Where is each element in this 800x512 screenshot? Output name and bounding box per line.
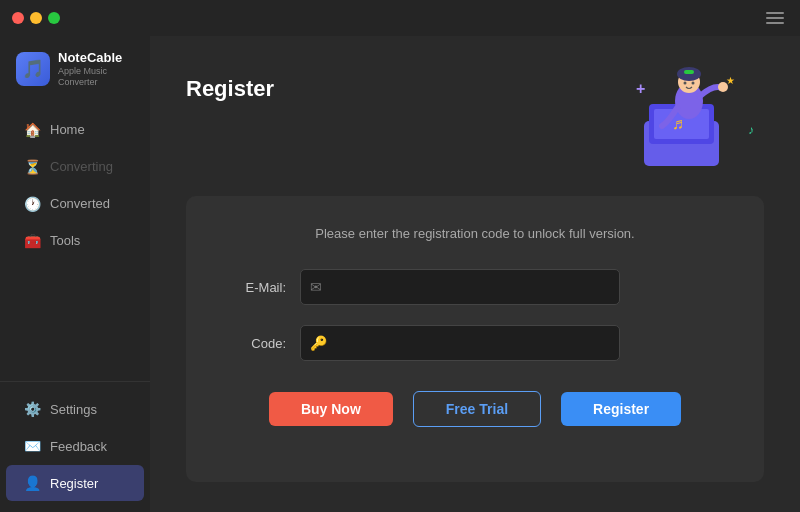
- app-subtitle: Apple Music Converter: [58, 66, 134, 89]
- svg-point-13: [718, 82, 728, 92]
- sidebar-item-feedback-label: Feedback: [50, 439, 107, 454]
- illustration-svg: + ★ ♪ ♬: [584, 66, 764, 176]
- register-header: Register + ★ ♪ ♬: [186, 66, 764, 176]
- code-input-wrap: 🔑: [300, 325, 620, 361]
- register-illustration: + ★ ♪ ♬: [584, 66, 764, 176]
- settings-icon: ⚙️: [24, 401, 40, 417]
- app-logo-icon: 🎵: [16, 52, 50, 86]
- app-name: NoteCable: [58, 50, 134, 66]
- sidebar-item-tools[interactable]: 🧰 Tools: [6, 223, 144, 259]
- converted-icon: 🕐: [24, 196, 40, 212]
- hamburger-menu-icon[interactable]: [766, 12, 784, 24]
- sidebar-item-converted-label: Converted: [50, 196, 110, 211]
- maximize-button[interactable]: [48, 12, 60, 24]
- converting-icon: ⏳: [24, 159, 40, 175]
- sidebar-item-settings[interactable]: ⚙️ Settings: [6, 391, 144, 427]
- button-row: Buy Now Free Trial Register: [226, 391, 724, 427]
- email-input[interactable]: [300, 269, 620, 305]
- email-row: E-Mail: ✉: [226, 269, 724, 305]
- tools-icon: 🧰: [24, 233, 40, 249]
- form-description: Please enter the registration code to un…: [226, 226, 724, 241]
- feedback-icon: ✉️: [24, 438, 40, 454]
- traffic-lights: [12, 12, 60, 24]
- main-content: Register + ★ ♪ ♬: [150, 0, 800, 512]
- sidebar-item-register-label: Register: [50, 476, 98, 491]
- sidebar-item-settings-label: Settings: [50, 402, 97, 417]
- page-title: Register: [186, 76, 274, 102]
- form-card: Please enter the registration code to un…: [186, 196, 764, 482]
- code-input[interactable]: [300, 325, 620, 361]
- free-trial-button[interactable]: Free Trial: [413, 391, 541, 427]
- email-input-wrap: ✉: [300, 269, 620, 305]
- sidebar-item-converting-label: Converting: [50, 159, 113, 174]
- svg-rect-10: [684, 70, 694, 74]
- register-icon: 👤: [24, 475, 40, 491]
- sidebar-item-converted[interactable]: 🕐 Converted: [6, 186, 144, 222]
- svg-point-12: [692, 82, 695, 85]
- nav-section: 🏠 Home ⏳ Converting 🕐 Converted 🧰 Tools: [0, 103, 150, 381]
- code-label: Code:: [226, 336, 286, 351]
- bottom-nav: ⚙️ Settings ✉️ Feedback 👤 Register: [0, 381, 150, 512]
- svg-point-11: [684, 82, 687, 85]
- minimize-button[interactable]: [30, 12, 42, 24]
- email-icon: ✉: [310, 279, 322, 295]
- app-logo: 🎵 NoteCable Apple Music Converter: [0, 36, 150, 103]
- register-button[interactable]: Register: [561, 392, 681, 426]
- key-icon: 🔑: [310, 335, 327, 351]
- sidebar-item-home-label: Home: [50, 122, 85, 137]
- sidebar-item-tools-label: Tools: [50, 233, 80, 248]
- sidebar-item-feedback[interactable]: ✉️ Feedback: [6, 428, 144, 464]
- home-icon: 🏠: [24, 122, 40, 138]
- sidebar-item-converting: ⏳ Converting: [6, 149, 144, 185]
- sidebar-item-register[interactable]: 👤 Register: [6, 465, 144, 501]
- close-button[interactable]: [12, 12, 24, 24]
- sidebar-item-home[interactable]: 🏠 Home: [6, 112, 144, 148]
- svg-text:★: ★: [726, 75, 735, 86]
- svg-text:+: +: [636, 80, 645, 97]
- email-label: E-Mail:: [226, 280, 286, 295]
- title-bar: [0, 0, 800, 36]
- code-row: Code: 🔑: [226, 325, 724, 361]
- sidebar: 🎵 NoteCable Apple Music Converter 🏠 Home…: [0, 0, 150, 512]
- buy-now-button[interactable]: Buy Now: [269, 392, 393, 426]
- svg-text:♪: ♪: [748, 123, 754, 137]
